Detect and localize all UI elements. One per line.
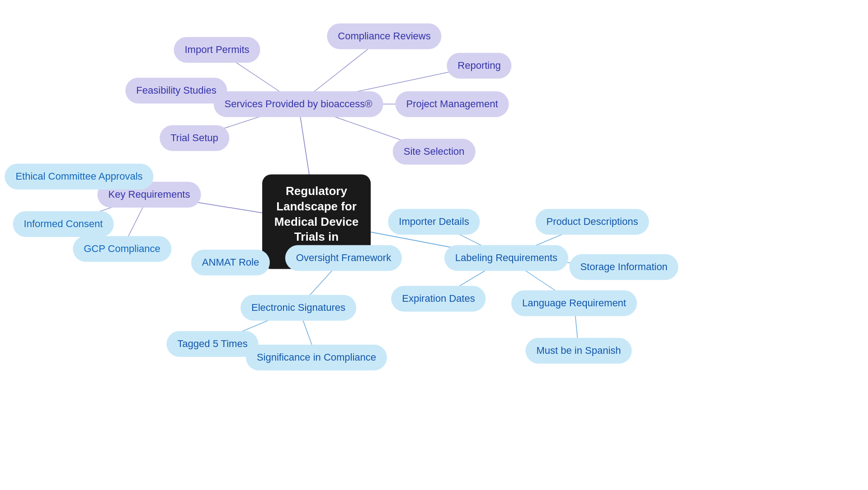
node-electronic-signatures[interactable]: Electronic Signatures	[241, 295, 356, 321]
node-tagged-5-times[interactable]: Tagged 5 Times	[166, 331, 258, 357]
node-project-management[interactable]: Project Management	[396, 91, 509, 117]
node-must-be-spanish[interactable]: Must be in Spanish	[525, 338, 632, 364]
node-oversight-framework[interactable]: Oversight Framework	[285, 245, 402, 271]
node-labeling-requirements[interactable]: Labeling Requirements	[444, 245, 568, 271]
node-importer-details[interactable]: Importer Details	[388, 209, 480, 235]
node-significance-compliance[interactable]: Significance in Compliance	[246, 345, 387, 371]
node-ethical-committee[interactable]: Ethical Committee Approvals	[5, 164, 153, 190]
node-language-requirement[interactable]: Language Requirement	[511, 290, 637, 316]
node-import-permits[interactable]: Import Permits	[174, 37, 260, 63]
node-compliance-reviews[interactable]: Compliance Reviews	[327, 24, 441, 49]
node-feasibility-studies[interactable]: Feasibility Studies	[125, 78, 227, 104]
mind-map: Regulatory Landscape for Medical Device …	[0, 0, 868, 490]
node-site-selection[interactable]: Site Selection	[393, 139, 476, 165]
node-services[interactable]: Services Provided by bioaccess®	[214, 91, 383, 117]
node-gcp-compliance[interactable]: GCP Compliance	[73, 236, 171, 262]
node-trial-setup[interactable]: Trial Setup	[160, 125, 229, 151]
node-expiration-dates[interactable]: Expiration Dates	[391, 286, 486, 312]
node-anmat-role[interactable]: ANMAT Role	[191, 250, 270, 276]
node-storage-information[interactable]: Storage Information	[569, 254, 678, 280]
node-reporting[interactable]: Reporting	[447, 53, 511, 79]
node-product-descriptions[interactable]: Product Descriptions	[536, 209, 649, 235]
node-informed-consent[interactable]: Informed Consent	[13, 211, 114, 237]
